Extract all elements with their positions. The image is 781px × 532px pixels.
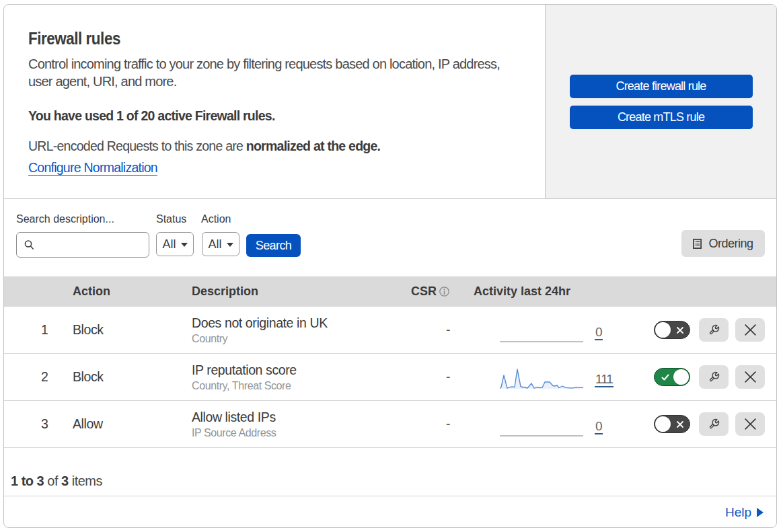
items-count: 1 to 3 of 3 items (11, 473, 102, 489)
table-row: 2 Block IP reputation scoreCountry, Thre… (4, 354, 776, 401)
action-select[interactable]: All (202, 232, 239, 256)
rule-description: Does not originate in UKCountry (188, 315, 407, 345)
rule-priority: 3 (4, 416, 69, 432)
x-icon (745, 418, 756, 430)
x-icon (745, 324, 756, 336)
wrench-icon (708, 324, 720, 336)
page-title: Firewall rules (28, 28, 449, 49)
rule-description: Allow listed IPsIP Source Address (188, 410, 407, 439)
chevron-down-icon (227, 243, 233, 247)
toggle-knob (673, 369, 689, 385)
status-label: Status (156, 213, 186, 225)
status-select[interactable]: All (156, 232, 194, 256)
delete-rule-button[interactable] (735, 365, 765, 389)
rule-csr: - (407, 416, 470, 432)
rule-enabled-toggle[interactable] (654, 321, 690, 339)
normalization-note: URL-encoded Requests to this zone are no… (28, 139, 518, 154)
activity-count-link[interactable]: 111 (595, 373, 613, 387)
col-csr: CSR (407, 284, 470, 299)
actions-panel: Create firewall rule Create mTLS rule (545, 5, 776, 198)
usage-summary: You have used 1 of 20 active Firewall ru… (28, 108, 518, 124)
footer: Help (4, 496, 776, 528)
rule-action: Allow (69, 416, 188, 432)
check-icon (661, 373, 670, 382)
search-label: Search description... (16, 213, 114, 225)
x-icon (675, 420, 685, 429)
hero-section: Firewall rules Control incoming traffic … (4, 5, 776, 199)
table-row: 3 Allow Allow listed IPsIP Source Addres… (4, 401, 776, 448)
rule-controls (632, 365, 776, 389)
hero-text: Firewall rules Control incoming traffic … (4, 5, 545, 198)
create-mtls-rule-button[interactable]: Create mTLS rule (570, 106, 753, 129)
firewall-rules-card: Firewall rules Control incoming traffic … (3, 4, 777, 528)
activity-sparkline (500, 367, 583, 389)
activity-count-link[interactable]: 0 (595, 420, 603, 434)
activity-sparkline-empty (500, 414, 583, 436)
ordering-button[interactable]: Ordering (681, 230, 765, 257)
action-label: Action (201, 213, 231, 225)
activity-sparkline-empty (500, 319, 583, 342)
rule-activity: 0 (470, 318, 632, 342)
search-button[interactable]: Search (246, 234, 301, 257)
search-input[interactable] (16, 232, 149, 258)
x-icon (745, 371, 756, 383)
table-header: Action Description CSR Activity last 24h… (4, 276, 776, 307)
col-action: Action (69, 284, 188, 299)
toggle-knob (655, 322, 671, 338)
search-text-field[interactable] (40, 238, 141, 252)
list-icon (693, 239, 702, 249)
rules-table: Action Description CSR Activity last 24h… (4, 276, 776, 448)
col-activity: Activity last 24hr (470, 284, 632, 299)
chevron-down-icon (181, 243, 188, 247)
wrench-icon (708, 371, 720, 383)
table-row: 1 Block Does not originate in UKCountry … (4, 307, 776, 354)
toggle-knob (655, 416, 671, 432)
help-link[interactable]: Help (725, 505, 764, 520)
col-description: Description (188, 284, 407, 299)
arrow-right-icon (757, 508, 764, 517)
rule-enabled-toggle[interactable] (654, 415, 690, 433)
rule-enabled-toggle[interactable] (654, 368, 690, 386)
edit-rule-button[interactable] (699, 318, 729, 342)
rule-controls (632, 318, 776, 342)
edit-rule-button[interactable] (699, 412, 729, 436)
rule-priority: 1 (4, 322, 69, 338)
delete-rule-button[interactable] (735, 318, 765, 342)
info-icon[interactable] (439, 287, 449, 297)
edit-rule-button[interactable] (699, 365, 729, 389)
filters-section: Search description... Status All Action … (4, 199, 776, 276)
rule-action: Block (69, 322, 188, 338)
rule-priority: 2 (4, 369, 69, 385)
rule-activity: 0 (470, 412, 632, 436)
search-icon (24, 239, 35, 251)
delete-rule-button[interactable] (735, 412, 765, 436)
rule-controls (632, 412, 776, 436)
rule-activity: 111 (470, 365, 632, 389)
activity-count-link[interactable]: 0 (595, 326, 603, 340)
rule-csr: - (407, 322, 470, 338)
rule-description: IP reputation scoreCountry, Threat Score (188, 363, 407, 392)
wrench-icon (708, 418, 720, 430)
rule-action: Block (69, 369, 188, 385)
x-icon (675, 326, 685, 335)
create-firewall-rule-button[interactable]: Create firewall rule (570, 75, 753, 98)
page-description: Control incoming traffic to your zone by… (28, 55, 518, 90)
pagination: 1 to 3 of 3 items (4, 448, 776, 496)
configure-normalization-link[interactable]: Configure Normalization (28, 160, 157, 176)
rule-csr: - (407, 369, 470, 385)
